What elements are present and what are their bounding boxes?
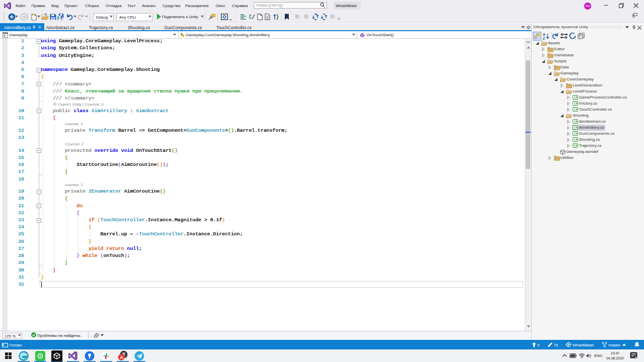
svg-text:Z: Z <box>543 37 545 40</box>
svg-text:A: A <box>543 33 545 36</box>
svg-text:A: A <box>120 354 123 360</box>
